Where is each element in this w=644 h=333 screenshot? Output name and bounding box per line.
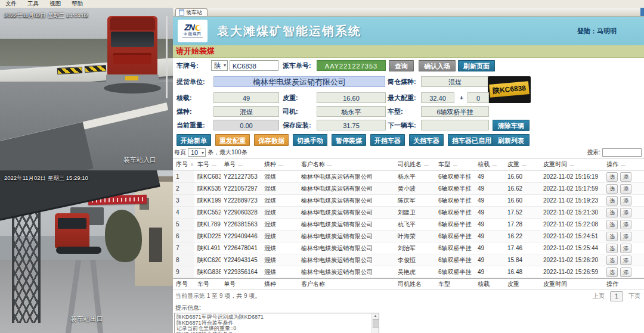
open-barrier-button[interactable]: 开挡车器	[370, 134, 405, 146]
column-header[interactable]: 煤种	[261, 280, 298, 288]
table-cell: 杭飞平	[395, 220, 435, 229]
select-row-button[interactable]: 选	[606, 267, 618, 277]
column-header[interactable]: 车号	[194, 280, 221, 288]
add-row-button[interactable]: 添	[620, 196, 631, 206]
column-header[interactable]: 单号—	[221, 160, 261, 169]
dispatch-number-field[interactable]: AAY221227353	[317, 60, 386, 71]
start-new-order-button[interactable]: 开始新单	[177, 134, 211, 146]
column-header[interactable]: 煤种—	[261, 160, 298, 169]
menu-item-help[interactable]: 帮助	[66, 0, 88, 8]
column-header[interactable]: 客户名称—	[298, 160, 395, 169]
table-cell: 2	[173, 183, 194, 194]
column-header[interactable]: 序号∧	[173, 160, 194, 169]
select-row-button[interactable]: 选	[606, 244, 618, 253]
tab-loading-station[interactable]: 装车站	[175, 8, 208, 16]
logo-moon-icon	[195, 25, 201, 31]
coal-label: 煤种:	[177, 106, 192, 117]
plate-number-input[interactable]: KC6838	[230, 60, 278, 71]
column-header[interactable]: 皮重	[504, 280, 540, 288]
add-row-button[interactable]: 添	[620, 232, 631, 241]
table-row: 5陕KL7894Y226381563混煤榆林华电煤炭运销有限公司杭飞平6轴双桥半…	[173, 219, 644, 231]
table-cell: 16.22	[504, 233, 540, 239]
add-row-button[interactable]: 添	[620, 184, 631, 194]
save-data-button[interactable]: 保存数据	[254, 134, 289, 146]
column-header[interactable]: 序号	[173, 280, 194, 288]
table-cell: 混煤	[261, 208, 298, 217]
red-truck	[104, 16, 161, 97]
add-row-button[interactable]: 添	[620, 244, 631, 253]
select-row-button[interactable]: 选	[606, 256, 618, 265]
current-page-button[interactable]: 1	[610, 291, 623, 301]
refresh-list-button[interactable]: 刷新列表	[493, 134, 530, 146]
column-header[interactable]: 操作—	[603, 160, 644, 169]
pause-loading-button[interactable]: 暂停装煤	[332, 134, 366, 146]
column-header[interactable]: 车型	[435, 280, 475, 288]
province-select[interactable]: 陕	[211, 60, 228, 71]
refresh-page-button[interactable]: 刷新页面	[458, 60, 495, 71]
column-header[interactable]: 操作	[603, 280, 644, 288]
column-header[interactable]: 司机姓名	[395, 280, 435, 288]
table-cell: 陕KC5520	[194, 208, 221, 217]
menu-item-view[interactable]: 视图	[44, 0, 66, 8]
column-header[interactable]: 单号	[221, 280, 261, 288]
next-page-button[interactable]: 下页	[628, 292, 640, 300]
operation-cell: 选添	[603, 220, 644, 229]
column-header[interactable]: 核载	[475, 280, 504, 288]
column-header[interactable]: 司机姓名—	[395, 160, 435, 169]
per-page-select[interactable]: 10	[188, 148, 206, 157]
table-row: 9陕KG8382Y229356164混煤榆林华电煤炭运销有限公司吴艳虎6轴双桥半…	[173, 266, 644, 278]
column-header[interactable]: 皮重时间—	[540, 160, 603, 169]
add-row-button[interactable]: 添	[620, 220, 631, 229]
target-weight-field: 31.75	[317, 120, 386, 130]
select-row-button[interactable]: 选	[606, 220, 618, 229]
sort-icon: —	[569, 162, 574, 167]
table-cell: 5	[173, 219, 194, 230]
column-header[interactable]: 车号—	[194, 160, 221, 169]
log-textarea[interactable]: 陕KD6871车牌号识别成为陕KD6871 陕KD6871符合装车条件 记录当前…	[174, 313, 379, 333]
add-row-button[interactable]: 添	[620, 172, 631, 182]
select-row-button[interactable]: 选	[606, 232, 618, 241]
table-cell: 吴艳虎	[395, 268, 435, 276]
menu-item-file[interactable]: 文件	[0, 0, 22, 8]
column-header[interactable]: 皮重时间	[540, 280, 603, 288]
table-row: 6陕KD2255Y229409446混煤榆林华电煤炭运销有限公司叶海荣6轴双桥半…	[173, 231, 644, 242]
column-header[interactable]: 车型—	[435, 160, 475, 169]
log-scrollbar[interactable]: ▲ ▼	[371, 313, 379, 333]
clear-vehicle-button[interactable]: 清除车辆	[493, 120, 530, 131]
column-header[interactable]: 皮重—	[504, 160, 540, 169]
add-row-button[interactable]: 添	[620, 267, 631, 277]
sort-icon: —	[621, 162, 626, 167]
rated-load-field: 49	[213, 92, 279, 103]
barrier-enabled-button[interactable]: 挡车器已启用	[448, 134, 496, 146]
column-header[interactable]: 核载—	[475, 160, 504, 169]
plus-sign: +	[458, 92, 465, 103]
table-cell: 15.84	[504, 257, 540, 263]
sort-icon: —	[492, 162, 497, 167]
log-label: 提示信息:	[173, 302, 644, 313]
driver-label: 司机:	[283, 106, 298, 117]
scroll-thumb[interactable]	[373, 319, 379, 328]
menu-item-tools[interactable]: 工具	[22, 0, 44, 8]
prev-page-button[interactable]: 上页	[593, 292, 605, 300]
select-row-button[interactable]: 选	[606, 172, 618, 182]
scroll-up-icon[interactable]: ▲	[372, 313, 379, 319]
select-row-button[interactable]: 选	[606, 208, 618, 217]
menu-bar: 文件工具视图帮助	[0, 0, 644, 8]
select-row-button[interactable]: 选	[606, 196, 618, 206]
column-header[interactable]: 客户名称	[298, 280, 395, 288]
resend-weight-button[interactable]: 重发配重	[215, 134, 250, 146]
add-row-button[interactable]: 添	[620, 256, 631, 265]
query-button[interactable]: 查询	[389, 60, 414, 71]
select-row-button[interactable]: 选	[606, 184, 618, 194]
confirm-entry-button[interactable]: 确认入场	[419, 60, 456, 71]
search-label: 搜索:	[587, 148, 600, 157]
table-header-row: 序号∧车号—单号—煤种—客户名称—司机姓名—车型—核载—皮重—皮重时间—操作—	[173, 158, 644, 171]
sort-icon: —	[522, 162, 527, 167]
add-row-button[interactable]: 添	[620, 208, 631, 217]
switch-manual-button[interactable]: 切换手动	[293, 134, 327, 146]
page-icon	[179, 10, 184, 15]
table-cell: 刘治军	[395, 244, 435, 253]
search-input[interactable]	[602, 148, 642, 157]
close-barrier-button[interactable]: 关挡车器	[409, 134, 444, 146]
table-cell: 混煤	[261, 256, 298, 264]
